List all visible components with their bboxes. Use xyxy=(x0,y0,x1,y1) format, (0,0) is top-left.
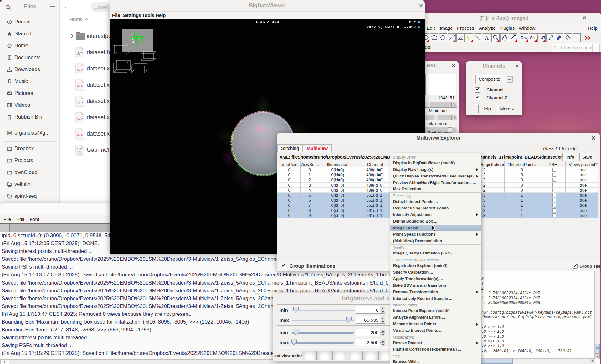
svg-text:A: A xyxy=(77,51,80,56)
svg-text:</>: </> xyxy=(77,68,83,72)
svg-text:1001: 1001 xyxy=(77,152,82,155)
svg-text:</>: </> xyxy=(77,117,83,121)
svg-text:A: A xyxy=(485,35,489,41)
svg-text:</>: </> xyxy=(77,133,83,137)
svg-text:</>: </> xyxy=(77,85,83,88)
svg-text:</>: </> xyxy=(77,101,83,105)
